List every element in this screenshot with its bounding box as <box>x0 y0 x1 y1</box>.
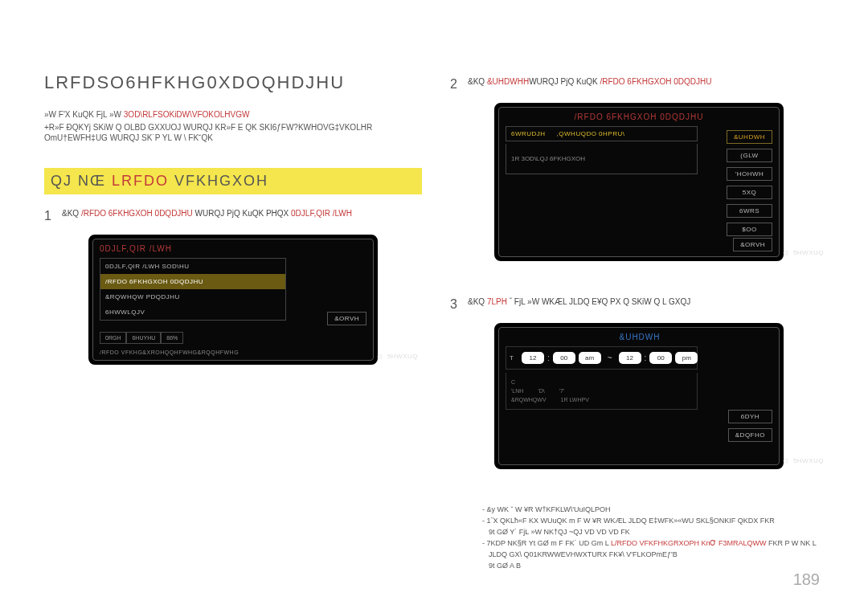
description-line: +R»F ĐQKYj SKiW Q OLBD GXXUOJ WURQJ KR»F… <box>44 122 422 144</box>
subtitle-note: »W F'X KuQK FjL »W 3OD\RLFSOKiDW\VFOKOLH… <box>44 109 422 121</box>
page-title: LRFDSO6HFKHG0XDOQHDJHU <box>44 72 422 93</box>
time-end-h[interactable]: 12 <box>619 352 641 364</box>
edit-button[interactable]: (GLW <box>727 149 772 162</box>
menu-item-content-manager[interactable]: &RQWHQW PDQDJHU <box>100 289 285 304</box>
panel2-title: /RFDO 6FKHGXOH 0DQDJHU <box>506 112 772 121</box>
panel3-meta: C 'LNH 'D\ '7' &RQWHQWV 1R LWHPV <box>506 373 698 410</box>
left-column: LRFDSO6HFKHG0XDOQHDJHU »W F'X KuQK FjL »… <box>44 72 422 401</box>
panel1-statusline: /RFDO VFKHG&XROHQQHFWHG&RQQHFWHG <box>100 349 239 355</box>
menu-item-player[interactable]: 0DJLF,QIR /LWH SOD\HU <box>100 259 285 274</box>
panel1-title: 0DJLF,QIR /LWH <box>100 244 366 253</box>
create-button[interactable]: &UHDWH <box>727 130 772 144</box>
menu-item-local-schedule[interactable]: /RFDO 6FKHGXOH 0DQDJHU <box>100 274 285 289</box>
panel1-menu: 0DJLF,QIR /LWH SOD\HU /RFDO 6FKHGXOH 0DQ… <box>100 258 286 321</box>
panel3-title: &UHDWH <box>506 333 772 341</box>
page-number: 189 <box>793 570 820 589</box>
close-button[interactable]: &ORVH <box>327 312 366 325</box>
panel2-empty: 1R 3OD\LQJ 6FKHGXOH <box>506 144 698 174</box>
delete-button[interactable]: 'HOHWH <box>727 167 772 181</box>
run-button[interactable]: 5XQ <box>727 186 772 199</box>
panel2-side-buttons: &UHDWH (GLW 'HOHWH 5XQ 6WRS $OO <box>727 130 772 236</box>
panel1-status-bar: 0RGH 6HUYHU 86% <box>100 332 244 344</box>
save-button[interactable]: 6DYH <box>728 410 772 423</box>
tab-internal-memory[interactable]: ,QWHUQDO 0HPRU\ <box>557 130 625 137</box>
stop-button[interactable]: 6WRS <box>727 204 772 218</box>
step-2: 2 &KQ &UHDWHHWURQJ PjQ KuQK /RFDO 6FKHGX… <box>450 77 828 92</box>
return-button-1[interactable]: 5HWXUQ <box>372 351 423 362</box>
device-panel-3: &UHDWH T 12 : 00 am ~ 12 : 00 pm <box>494 323 784 469</box>
time-start-ap[interactable]: am <box>579 352 601 364</box>
tab-storage[interactable]: 6WRUDJH <box>511 130 546 137</box>
time-end-m[interactable]: 00 <box>649 352 672 364</box>
time-end-ap[interactable]: pm <box>675 352 698 364</box>
time-row: T 12 : 00 am ~ 12 : 00 pm <box>506 346 698 370</box>
device-panel-2: /RFDO 6FKHGXOH 0DQDJHU 6WRUDJH ,QWHUQDO … <box>494 103 784 261</box>
panel2-close-button[interactable]: &ORVH <box>733 238 772 251</box>
step-1: 1 &KQ /RFDO 6FKHGXOH 0DQDJHU WURQJ PjQ K… <box>44 209 422 223</box>
time-start-h[interactable]: 12 <box>522 352 544 364</box>
right-column: 2 &KQ &UHDWHHWURQJ PjQ KuQK /RFDO 6FKHGX… <box>450 72 828 577</box>
all-button[interactable]: $OO <box>727 223 772 236</box>
footnotes: - &y WK ˇ W ¥R W†KFKLW\'UuIQLPOH - 1˝X Q… <box>450 505 828 570</box>
device-panel-1: 0DJLF,QIR /LWH 0DJLF,QIR /LWH SOD\HU /RF… <box>88 235 378 365</box>
step-3: 3 &KQ 7LPH ˇ FjL »W WKÆL JLDQ E¥Q PX Q S… <box>450 297 828 312</box>
cancel-button[interactable]: &DQFHO <box>728 428 772 442</box>
return-button-3[interactable]: 5HWXUQ <box>778 456 829 466</box>
time-start-m[interactable]: 00 <box>553 352 575 364</box>
section-heading: QJ NŒ LRFDO VFKHGXOH <box>44 168 422 194</box>
panel2-tabs: 6WRUDJH ,QWHUQDO 0HPRU\ <box>506 126 698 141</box>
return-button-2[interactable]: 5HWXUQ <box>778 247 829 258</box>
menu-item-settings[interactable]: 6HWWLQJV <box>100 304 285 320</box>
